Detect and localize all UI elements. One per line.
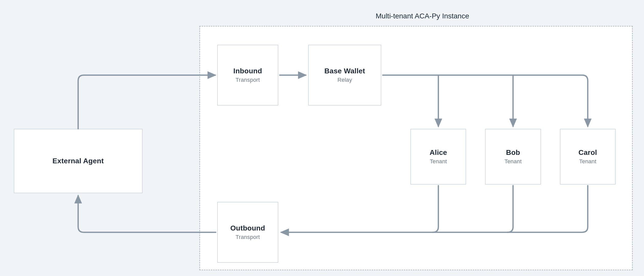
inbound-sub: Transport — [236, 77, 260, 83]
inbound-title: Inbound — [233, 67, 262, 75]
outbound-node: Outbound Transport — [217, 202, 278, 263]
bob-node: Bob Tenant — [485, 129, 541, 185]
carol-title: Carol — [578, 148, 597, 157]
inbound-node: Inbound Transport — [217, 45, 278, 106]
container-title: Multi-tenant ACA-Py Instance — [376, 12, 469, 20]
base-wallet-sub: Relay — [337, 77, 352, 83]
outbound-title: Outbound — [230, 224, 265, 232]
base-wallet-node: Base Wallet Relay — [308, 45, 381, 106]
outbound-sub: Transport — [236, 234, 260, 240]
alice-title: Alice — [430, 148, 447, 157]
carol-sub: Tenant — [579, 158, 596, 165]
base-wallet-title: Base Wallet — [324, 67, 365, 75]
bob-title: Bob — [506, 148, 520, 157]
external-agent-node: External Agent — [14, 129, 143, 193]
external-agent-title: External Agent — [52, 157, 104, 165]
alice-node: Alice Tenant — [410, 129, 466, 185]
carol-node: Carol Tenant — [560, 129, 616, 185]
bob-sub: Tenant — [504, 158, 522, 165]
alice-sub: Tenant — [430, 158, 447, 165]
